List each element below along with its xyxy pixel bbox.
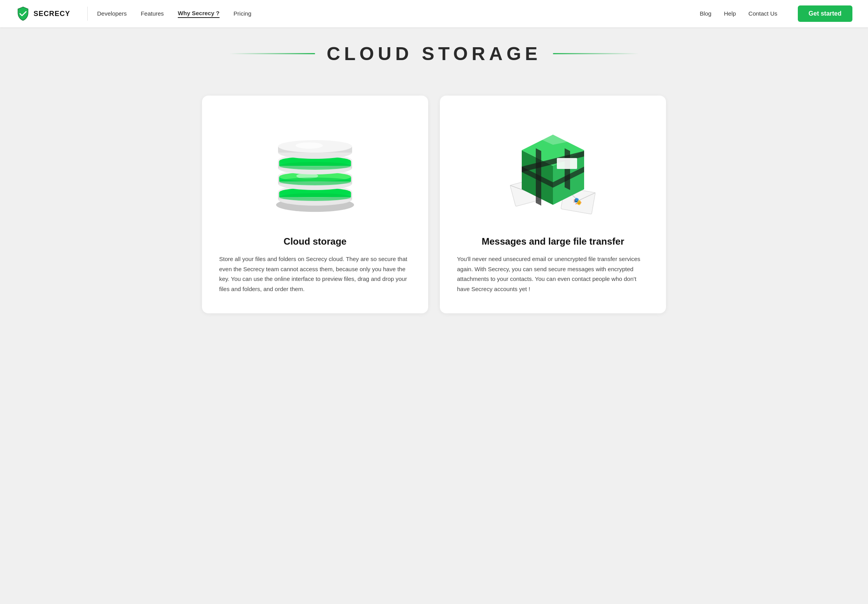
svg-marker-31 [565, 148, 570, 190]
nav-blog[interactable]: Blog [700, 10, 711, 18]
logo-text: SECRECY [34, 10, 70, 18]
hero-title-wrapper: CLOUD STORAGE [8, 43, 860, 64]
nav-links-left: Developers Features Why Secrecy ? Pricin… [97, 10, 700, 18]
nav-features[interactable]: Features [141, 10, 164, 18]
nav-pricing[interactable]: Pricing [234, 10, 252, 18]
database-icon [268, 123, 362, 217]
card-cloud-storage-desc: Store all your files and folders on Secr… [219, 254, 411, 294]
card-messages-image: 🎭 [457, 115, 649, 224]
svg-point-6 [279, 193, 351, 201]
get-started-button[interactable]: Get started [798, 5, 852, 22]
card-cloud-storage-image [219, 115, 411, 224]
hero-title: CLOUD STORAGE [315, 43, 553, 64]
hero-line-left [229, 53, 315, 54]
nav-divider [87, 7, 88, 21]
card-messages-desc: You'll never need unsecured email or une… [457, 254, 649, 294]
card-messages-title: Messages and large file transfer [482, 236, 624, 247]
nav-help[interactable]: Help [724, 10, 736, 18]
svg-rect-35 [557, 158, 577, 169]
logo-link[interactable]: SECRECY [16, 6, 70, 21]
navbar: SECRECY Developers Features Why Secrecy … [0, 0, 868, 27]
nav-links-right: Blog Help Contact Us Get started [700, 5, 852, 22]
nav-developers[interactable]: Developers [97, 10, 127, 18]
card-cloud-storage-title: Cloud storage [283, 236, 346, 247]
svg-point-23 [296, 142, 323, 149]
card-messages: 🎭 [440, 96, 666, 313]
nav-why-secrecy[interactable]: Why Secrecy ? [178, 10, 220, 18]
hero-title-section: CLOUD STORAGE [0, 27, 868, 72]
svg-point-19 [279, 162, 351, 170]
nav-contact[interactable]: Contact Us [748, 10, 777, 18]
package-icon: 🎭 [498, 119, 608, 220]
svg-point-13 [279, 178, 351, 185]
hero-line-right [553, 53, 639, 54]
logo-icon [16, 6, 30, 21]
card-cloud-storage: Cloud storage Store all your files and f… [202, 96, 428, 313]
cards-section: Cloud storage Store all your files and f… [0, 72, 868, 345]
